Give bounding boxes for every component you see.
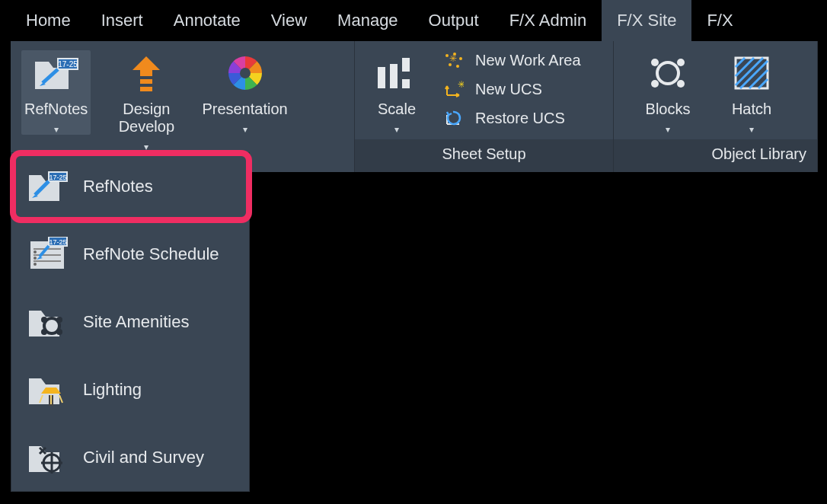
hatch-label: Hatch: [732, 100, 771, 118]
svg-text:17-25: 17-25: [49, 174, 66, 181]
refnotes-button[interactable]: 17-25 RefNotes ▾: [21, 50, 91, 135]
blocks-icon: [640, 50, 695, 96]
svg-line-28: [758, 79, 768, 88]
new-ucs-label: New UCS: [475, 81, 542, 98]
refnotes-icon: 17-25: [25, 167, 69, 206]
tab-label: F/X Site: [617, 11, 676, 30]
chevron-down-icon: ▾: [243, 124, 247, 135]
chevron-down-icon: ▾: [749, 124, 754, 135]
panel-object-library: Blocks ▾: [614, 41, 818, 172]
tab-fx-admin[interactable]: F/X Admin: [494, 0, 602, 41]
svg-point-18: [651, 59, 659, 66]
presentation-label: Presentation: [202, 100, 287, 118]
tab-view[interactable]: View: [256, 0, 322, 41]
new-work-area-label: New Work Area: [475, 52, 581, 69]
svg-point-37: [34, 263, 37, 266]
tab-label: View: [271, 11, 307, 30]
svg-rect-2: [140, 79, 152, 84]
dd-lighting-label: Lighting: [83, 380, 142, 400]
lighting-icon: [25, 370, 69, 410]
svg-text:17-25: 17-25: [58, 60, 78, 69]
tab-label: Output: [429, 11, 479, 30]
svg-rect-3: [140, 87, 152, 91]
tab-label: Manage: [337, 11, 398, 30]
svg-point-20: [651, 80, 659, 88]
restore-ucs-icon: [443, 108, 465, 128]
tab-output[interactable]: Output: [414, 0, 494, 41]
svg-line-24: [736, 58, 754, 76]
blocks-label: Blocks: [646, 100, 691, 118]
svg-line-27: [749, 70, 768, 88]
scale-button[interactable]: Scale ▾: [366, 50, 428, 135]
tab-annotate[interactable]: Annotate: [158, 0, 256, 41]
svg-point-44: [56, 329, 62, 335]
presentation-button[interactable]: Presentation ▾: [202, 50, 287, 135]
tab-fx-site[interactable]: F/X Site: [602, 0, 691, 41]
refnotes-icon: 17-25: [29, 50, 84, 96]
tab-label: F/X Admin: [509, 11, 586, 30]
tab-fx-next[interactable]: F/X: [691, 0, 737, 41]
svg-text:✳: ✳: [458, 80, 464, 90]
svg-point-10: [445, 54, 449, 57]
hatch-icon: [724, 50, 779, 96]
tab-home[interactable]: Home: [11, 0, 86, 41]
ribbon-tabs: Home Insert Annotate View Manage Output …: [11, 0, 818, 41]
restore-ucs-label: Restore UCS: [475, 110, 565, 127]
svg-rect-6: [390, 64, 398, 88]
dd-site-amenities[interactable]: Site Amenities: [11, 288, 249, 356]
app-root: Home Insert Annotate View Manage Output …: [11, 0, 818, 172]
design-develop-label: Design Develop: [112, 100, 180, 136]
dd-refnote-schedule[interactable]: 17-25 RefNote Schedule: [11, 220, 249, 288]
sheet-setup-actions: ✳ New Work Area ✳: [440, 50, 581, 128]
restore-ucs-button[interactable]: Restore UCS: [443, 108, 581, 128]
site-amenities-icon: [25, 302, 69, 342]
work-area-icon: ✳: [443, 50, 465, 70]
svg-point-14: [456, 65, 459, 68]
new-ucs-button[interactable]: ✳ New UCS: [443, 79, 581, 99]
svg-point-41: [41, 317, 47, 323]
chevron-down-icon: ▾: [666, 124, 670, 135]
design-develop-button[interactable]: Design Develop ▾: [112, 50, 180, 152]
blocks-button[interactable]: Blocks ▾: [637, 50, 699, 135]
refnotes-label: RefNotes: [24, 100, 88, 118]
new-work-area-button[interactable]: ✳ New Work Area: [443, 50, 581, 70]
refnotes-dropdown: 17-25 RefNotes 17-25: [11, 152, 250, 492]
new-ucs-icon: ✳: [443, 79, 465, 99]
tab-label: Insert: [101, 11, 143, 30]
scale-label: Scale: [378, 100, 416, 118]
svg-point-17: [657, 62, 679, 84]
color-wheel-icon: [218, 50, 273, 96]
dd-civil-survey[interactable]: Civil and Survey: [11, 423, 249, 491]
svg-text:✳: ✳: [449, 53, 457, 64]
svg-point-4: [240, 68, 251, 78]
refnote-schedule-icon: 17-25: [25, 234, 69, 274]
scale-icon: [369, 50, 424, 96]
dd-refnote-schedule-label: RefNote Schedule: [83, 244, 219, 264]
svg-point-43: [41, 329, 47, 335]
chevron-down-icon: ▾: [144, 142, 148, 152]
panel-sheet-setup: Scale ▾ ✳: [355, 41, 614, 172]
civil-survey-icon: [25, 438, 69, 477]
svg-point-21: [677, 80, 685, 88]
svg-text:17-25: 17-25: [49, 238, 66, 246]
arrow-up-icon: [119, 50, 174, 96]
tab-insert[interactable]: Insert: [86, 0, 158, 41]
hatch-button[interactable]: Hatch ▾: [720, 50, 783, 135]
svg-line-23: [736, 58, 745, 67]
chevron-down-icon: ▾: [54, 124, 59, 135]
panel-sheet-setup-title: Sheet Setup: [355, 139, 613, 172]
dd-lighting[interactable]: Lighting: [11, 356, 249, 423]
dd-refnotes[interactable]: 17-25 RefNotes: [11, 153, 249, 220]
dd-civil-survey-label: Civil and Survey: [83, 448, 204, 467]
dd-refnotes-label: RefNotes: [83, 177, 153, 196]
svg-point-42: [56, 317, 62, 323]
svg-point-36: [34, 257, 37, 260]
svg-rect-9: [402, 72, 410, 79]
tab-label: F/X: [707, 11, 733, 30]
svg-point-19: [677, 59, 685, 66]
svg-point-35: [34, 250, 37, 254]
tab-manage[interactable]: Manage: [322, 0, 414, 41]
svg-point-12: [459, 57, 462, 60]
chevron-down-icon: ▾: [394, 124, 399, 135]
tab-label: Annotate: [174, 11, 241, 30]
